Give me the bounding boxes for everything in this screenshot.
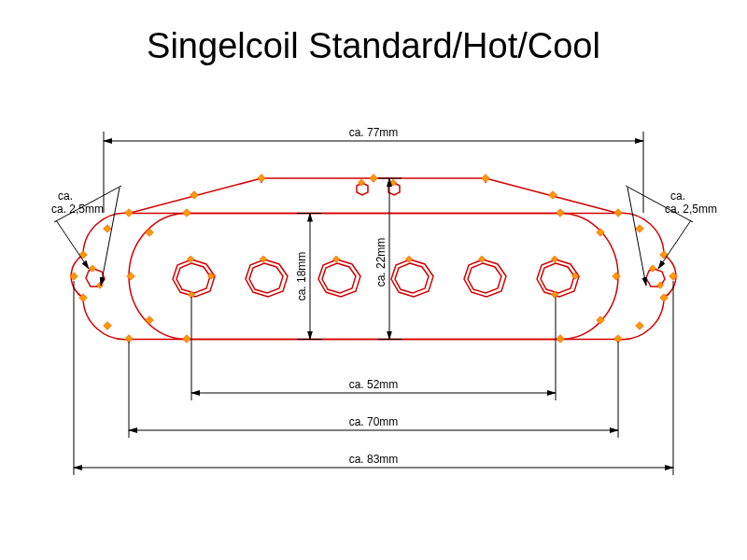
svg-rect-34: [146, 316, 153, 324]
svg-rect-33: [597, 229, 604, 236]
svg-rect-37: [613, 273, 620, 280]
dim-label: ca. 70mm: [349, 415, 399, 428]
pole-3: [318, 259, 360, 297]
technical-drawing: ca. 77mm ca. 22mm ca. 18mm ca. 52mm: [0, 90, 747, 556]
dim-label: ca. 52mm: [349, 378, 399, 391]
svg-rect-16: [125, 335, 133, 343]
svg-rect-15: [614, 209, 622, 217]
dim-22mm: ca. 22mm: [374, 178, 402, 340]
svg-rect-31: [557, 335, 564, 343]
svg-rect-29: [557, 209, 564, 217]
pole-1: [173, 259, 215, 297]
top-flange-outline: [129, 178, 618, 214]
bezier-anchors: [70, 175, 677, 343]
svg-rect-32: [146, 229, 153, 236]
svg-rect-25: [636, 322, 643, 329]
svg-rect-39: [482, 175, 489, 182]
svg-marker-6: [318, 259, 360, 297]
svg-marker-8: [391, 259, 433, 297]
dim-label: ca.: [670, 189, 685, 203]
pole-4: [391, 259, 433, 297]
svg-marker-7: [322, 263, 356, 293]
svg-rect-42: [370, 175, 377, 182]
svg-marker-5: [249, 263, 283, 293]
svg-rect-17: [614, 335, 622, 343]
svg-marker-2: [173, 259, 215, 297]
svg-rect-23: [636, 225, 643, 232]
svg-rect-22: [104, 225, 111, 232]
dim-52mm: ca. 52mm: [191, 297, 556, 400]
page-title: Singelcoil Standard/Hot/Cool: [0, 26, 747, 66]
svg-marker-10: [464, 259, 506, 297]
pole-6: [537, 259, 579, 297]
dim-label: ca. 22mm: [374, 238, 388, 287]
dim-label: ca. 2,5mm: [665, 203, 717, 216]
dim-label: ca. 77mm: [349, 126, 399, 139]
svg-rect-30: [183, 335, 190, 343]
svg-marker-9: [395, 263, 429, 293]
svg-rect-14: [125, 209, 133, 217]
dim-label: ca. 2,5mm: [51, 203, 104, 216]
dim-label: ca. 83mm: [349, 453, 399, 466]
svg-marker-13: [541, 263, 574, 293]
svg-rect-28: [183, 209, 190, 217]
pickup-shapes: [71, 178, 676, 340]
svg-marker-12: [537, 259, 579, 297]
dim-label: ca.: [58, 189, 73, 203]
dim-77mm: ca. 77mm: [104, 126, 643, 213]
svg-rect-24: [104, 322, 111, 329]
dim-18mm: ca. 18mm: [295, 214, 322, 340]
svg-marker-11: [468, 263, 501, 293]
dim-screw-left: ca. ca. 2,5mm: [51, 186, 121, 286]
pole-2: [246, 259, 288, 297]
svg-rect-38: [258, 175, 265, 182]
svg-rect-41: [549, 191, 557, 199]
dim-label: ca. 18mm: [295, 252, 308, 301]
base-plate-outline: [71, 214, 676, 340]
svg-marker-4: [246, 259, 288, 297]
svg-marker-3: [176, 263, 210, 293]
svg-rect-40: [190, 191, 198, 199]
svg-rect-36: [127, 273, 134, 280]
dim-screw-right: ca. ca. 2,5mm: [626, 186, 717, 286]
svg-rect-35: [597, 316, 604, 324]
pole-5: [464, 259, 506, 297]
cover-outline: [129, 214, 618, 340]
dimensions: ca. 77mm ca. 22mm ca. 18mm ca. 52mm: [51, 126, 717, 475]
